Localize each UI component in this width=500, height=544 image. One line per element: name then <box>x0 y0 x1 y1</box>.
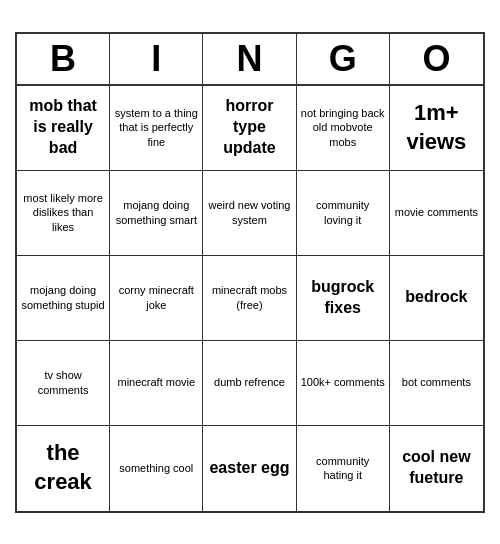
bingo-cell: movie comments <box>390 171 483 256</box>
bingo-cell: bedrock <box>390 256 483 341</box>
bingo-cell: not bringing back old mobvote mobs <box>297 86 390 171</box>
bingo-cell: community loving it <box>297 171 390 256</box>
bingo-cell: easter egg <box>203 426 296 511</box>
bingo-grid: mob that is really badsystem to a thing … <box>17 86 483 511</box>
bingo-cell: bugrock fixes <box>297 256 390 341</box>
header-letter: G <box>297 34 390 84</box>
bingo-cell: mojang doing something stupid <box>17 256 110 341</box>
header-letter: O <box>390 34 483 84</box>
bingo-header: BINGO <box>17 34 483 86</box>
bingo-cell: most likely more dislikes than likes <box>17 171 110 256</box>
bingo-cell: cool new fueture <box>390 426 483 511</box>
bingo-cell: something cool <box>110 426 203 511</box>
header-letter: B <box>17 34 110 84</box>
header-letter: I <box>110 34 203 84</box>
bingo-cell: the creak <box>17 426 110 511</box>
header-letter: N <box>203 34 296 84</box>
bingo-cell: weird new voting system <box>203 171 296 256</box>
bingo-cell: dumb refrence <box>203 341 296 426</box>
bingo-cell: 100k+ comments <box>297 341 390 426</box>
bingo-cell: corny minecraft joke <box>110 256 203 341</box>
bingo-card: BINGO mob that is really badsystem to a … <box>15 32 485 513</box>
bingo-cell: tv show comments <box>17 341 110 426</box>
bingo-cell: minecraft movie <box>110 341 203 426</box>
bingo-cell: community hating it <box>297 426 390 511</box>
bingo-cell: horror type update <box>203 86 296 171</box>
bingo-cell: mojang doing something smart <box>110 171 203 256</box>
bingo-cell: 1m+ views <box>390 86 483 171</box>
bingo-cell: minecraft mobs (free) <box>203 256 296 341</box>
bingo-cell: system to a thing that is perfectly fine <box>110 86 203 171</box>
bingo-cell: bot comments <box>390 341 483 426</box>
bingo-cell: mob that is really bad <box>17 86 110 171</box>
